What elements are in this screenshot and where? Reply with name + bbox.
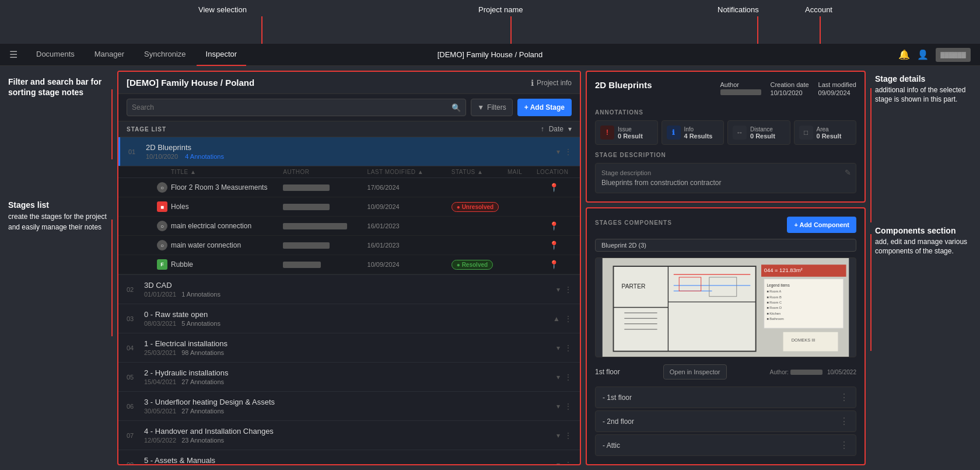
filters-button[interactable]: ▼ Filters <box>471 99 513 116</box>
stage-name-01: 2D Blueprints <box>146 143 551 152</box>
stage-menu-icon-06[interactable]: ⋮ <box>565 402 572 410</box>
resolved-badge: ● Resolved <box>452 260 493 270</box>
stage-expand-icon-04[interactable]: ▾ <box>556 344 560 352</box>
note-row-2[interactable]: ○ main electrical connection 16/01/2023 … <box>118 217 580 236</box>
tab-documents[interactable]: Documents <box>27 44 84 66</box>
floor-item-attic[interactable]: - Attic ⋮ <box>595 434 856 456</box>
stage-actions-06: ▾ ⋮ <box>556 402 572 410</box>
search-input[interactable] <box>132 103 452 112</box>
stage-details-vline <box>870 88 872 222</box>
stage-menu-icon-01[interactable]: ⋮ <box>565 148 572 156</box>
edit-desc-icon[interactable]: ✎ <box>845 168 851 177</box>
note-author-4 <box>283 261 367 269</box>
sort-label: Date <box>549 125 564 133</box>
stage-num-01: 01 <box>128 148 140 155</box>
add-stage-button[interactable]: + Add Stage <box>517 99 572 116</box>
stage-expand-icon-06[interactable]: ▾ <box>556 402 560 410</box>
meta-modified: Last modified 09/09/2024 <box>818 80 856 96</box>
stage-info-04: 1 - Electrical installations 25/03/2021 … <box>144 339 551 356</box>
components-section-label: STAGES COMPONENTS <box>595 220 672 226</box>
blueprint-author: Author: 10/05/2022 <box>770 369 856 375</box>
stage-item-06: 06 3 - Underfloor heating Design & Asset… <box>118 392 580 421</box>
stage-row-03[interactable]: 03 0 - Raw state open 08/03/2021 5 Annot… <box>118 304 580 333</box>
stage-expand-icon-08[interactable]: ▾ <box>556 461 560 465</box>
stage-row-07[interactable]: 07 4 - Handover and Installation Changes… <box>118 421 580 450</box>
stage-menu-icon-08[interactable]: ⋮ <box>565 461 572 465</box>
stage-name-04: 1 - Electrical installations <box>144 339 551 348</box>
col-status: STATUS ▲ <box>452 169 508 175</box>
note-author-2 <box>283 222 367 230</box>
stage-expand-icon-01[interactable]: ▾ <box>556 148 560 156</box>
open-inspector-button[interactable]: Open in Inspector <box>663 364 727 380</box>
note-title-4: Rubble <box>171 260 283 269</box>
ann-card-text-distance: Distance 0 Result <box>750 126 785 140</box>
sort-chevron-icon: ▾ <box>568 125 572 133</box>
stage-row-01[interactable]: 01 2D Blueprints 10/10/2020 4 Annotation… <box>118 137 580 166</box>
svg-text:Legend items: Legend items <box>766 283 790 288</box>
note-icon-0: ○ <box>157 182 167 193</box>
notifications-icon[interactable]: 🔔 <box>898 49 910 60</box>
note-location-3: 📍 <box>537 241 572 250</box>
stage-menu-icon-03[interactable]: ⋮ <box>565 315 572 323</box>
note-icon-3: ○ <box>157 240 167 250</box>
stage-menu-icon-05[interactable]: ⋮ <box>565 373 572 381</box>
svg-text:■ Kitchen: ■ Kitchen <box>766 312 780 315</box>
stage-row-08[interactable]: 08 5 - Assets & Manuals 10/01/2023 58 An… <box>118 450 580 464</box>
note-location-2: 📍 <box>537 221 572 231</box>
floor-dots-1st[interactable]: ⋮ <box>839 392 849 403</box>
stages-scroll[interactable]: 01 2D Blueprints 10/10/2020 4 Annotation… <box>118 137 580 464</box>
stage-name-05: 2 - Hydraulic installations <box>144 368 551 377</box>
stage-row-05[interactable]: 05 2 - Hydraulic installations 15/04/202… <box>118 363 580 391</box>
note-row-3[interactable]: ○ main water connection 16/01/2023 📍 <box>118 236 580 255</box>
account-avatar[interactable]: ▓▓▓▓▓▓ <box>936 48 971 62</box>
note-row-0[interactable]: ○ Floor 2 Room 3 Measurements 17/06/2024… <box>118 178 580 197</box>
stage-desc-section: STAGE DESCRIPTION Stage description Blue… <box>595 152 856 193</box>
stage-menu-icon-02[interactable]: ⋮ <box>565 286 572 294</box>
stage-row-04[interactable]: 04 1 - Electrical installations 25/03/20… <box>118 333 580 362</box>
stage-components-panel: STAGES COMPONENTS + Add Component Bluepr… <box>586 207 866 465</box>
account-icon[interactable]: 👤 <box>917 49 929 60</box>
stage-expand-icon-02[interactable]: ▾ <box>556 286 560 294</box>
stage-num-03: 03 <box>127 315 138 322</box>
note-icon-4: F <box>157 259 167 270</box>
tab-inspector[interactable]: Inspector <box>197 44 246 66</box>
col-title: TITLE ▲ <box>171 169 283 175</box>
project-info-button[interactable]: ℹ Project info <box>531 78 572 88</box>
note-title-3: main water connection <box>171 241 283 249</box>
unresolved-badge: ● Unresolved <box>452 202 499 212</box>
stage-desc-text: Blueprints from construction contractor <box>601 179 850 187</box>
stage-menu-icon-04[interactable]: ⋮ <box>565 344 572 352</box>
center-panel: [DEMO] Family House / Poland ℹ Project i… <box>117 71 581 465</box>
stage-row-06[interactable]: 06 3 - Underfloor heating Design & Asset… <box>118 392 580 420</box>
notifications-arrow <box>757 16 758 44</box>
stage-item-08: 08 5 - Assets & Manuals 10/01/2023 58 An… <box>118 450 580 464</box>
stage-expand-icon-05[interactable]: ▾ <box>556 373 560 381</box>
floor-list: - 1st floor ⋮ - 2nd floor ⋮ - Attic ⋮ <box>595 387 856 456</box>
note-row-4[interactable]: F Rubble 10/09/2024 ● Resolved 📍 <box>118 255 580 274</box>
stage-row-02[interactable]: 02 3D CAD 01/01/2021 1 Annotations ▾ ⋮ <box>118 275 580 304</box>
floor-dots-attic[interactable]: ⋮ <box>839 440 849 451</box>
stage-meta-05: 15/04/2021 27 Annotations <box>144 378 551 385</box>
stage-expand-icon-03[interactable]: ▲ <box>553 315 560 323</box>
hamburger-icon[interactable]: ☰ <box>9 49 18 60</box>
stage-num-04: 04 <box>127 344 138 351</box>
stage-meta-02: 01/01/2021 1 Annotations <box>144 291 551 298</box>
annotations-section-label: ANNOTATIONS <box>595 109 856 116</box>
floor-item-2nd[interactable]: - 2nd floor ⋮ <box>595 410 856 432</box>
add-component-button[interactable]: + Add Component <box>787 217 856 233</box>
note-row-1[interactable]: ■ Holes 10/09/2024 ● Unresolved <box>118 197 580 217</box>
blueprint-footer: 1st floor Open in Inspector Author: 10/0… <box>595 362 856 382</box>
app-container: View selection Project name Notification… <box>0 0 980 470</box>
blueprint-tab[interactable]: Blueprint 2D (3) <box>595 239 856 252</box>
stage-item-01: 01 2D Blueprints 10/10/2020 4 Annotation… <box>118 137 580 275</box>
tab-synchronize[interactable]: Synchronize <box>135 44 195 66</box>
stage-menu-icon-07[interactable]: ⋮ <box>565 431 572 440</box>
floor-name-2nd: - 2nd floor <box>603 417 634 426</box>
svg-text:PARTER: PARTER <box>622 283 646 290</box>
note-icon-cell-4: F <box>153 259 171 270</box>
floor-dots-2nd[interactable]: ⋮ <box>839 416 849 427</box>
floor-item-1st[interactable]: - 1st floor ⋮ <box>595 387 856 408</box>
stage-expand-icon-07[interactable]: ▾ <box>556 431 560 440</box>
navbar: ☰ Documents Manager Synchronize Inspecto… <box>0 44 980 66</box>
tab-manager[interactable]: Manager <box>85 44 134 66</box>
